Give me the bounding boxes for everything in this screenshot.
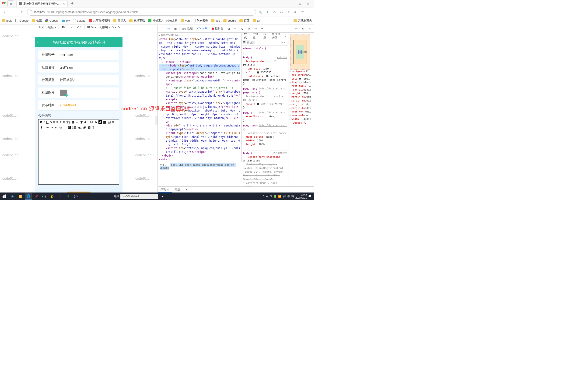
editor-align-right-icon[interactable]: ≡ xyxy=(60,120,62,124)
device-eyedropper-icon[interactable]: ✎▾ xyxy=(112,26,116,29)
bookmark-share[interactable]: 共享账号密码 xyxy=(89,19,110,23)
editor-bgcolor-icon[interactable]: A xyxy=(98,120,102,124)
bookmark-google3[interactable]: google xyxy=(223,19,236,22)
resize-handle[interactable]: ▸ xyxy=(155,116,158,125)
editor-align-left-icon[interactable]: ≡ xyxy=(53,120,55,124)
inspect-icon[interactable]: ⬚ xyxy=(159,26,165,32)
editor-fontsize-down-icon[interactable]: A↓ xyxy=(89,120,93,124)
tool-icon-5[interactable]: ▭ xyxy=(252,26,259,32)
minimize-button[interactable]: – xyxy=(292,2,294,5)
field-shetuan-acct[interactable]: 社团账号 testTeam xyxy=(38,50,119,60)
devtools-more-icon[interactable]: ⋯ xyxy=(293,26,300,32)
editor-outdent-icon[interactable]: ⇤ xyxy=(54,126,58,130)
address-bar[interactable]: ⓘ localhost:8081/springboota4z3n/front/h… xyxy=(27,9,256,16)
search-icon[interactable]: 🔍 xyxy=(258,10,263,15)
maximize-button[interactable]: □ xyxy=(300,2,301,5)
editor-fontsize-icon[interactable]: Tᴛ xyxy=(66,120,70,124)
device-width-input[interactable] xyxy=(58,25,69,30)
editor-sup-icon[interactable]: A² xyxy=(83,126,86,130)
editor-hr-icon[interactable]: — xyxy=(63,126,66,130)
editor-redo-icon[interactable]: ↷ xyxy=(51,126,54,130)
add-tab-button[interactable]: + xyxy=(259,26,264,32)
drawer-add-tab[interactable]: + xyxy=(183,187,190,192)
tool-icon-3[interactable]: ⊙ xyxy=(239,26,245,32)
site-info-icon[interactable]: ⓘ xyxy=(30,10,32,14)
tray-security-icon[interactable]: 🛡 xyxy=(270,195,272,198)
tray-clock[interactable]: 16:422024/9/21 xyxy=(296,194,307,199)
device-zoom[interactable]: 100% ▾ xyxy=(86,25,97,30)
editor-fontsize-up-icon[interactable]: A↑ xyxy=(84,120,88,124)
device-throttle[interactable]: 无限制 ▾ xyxy=(98,25,111,30)
task-idea[interactable]: IJ xyxy=(56,193,64,200)
back-button[interactable]: ← xyxy=(2,9,8,16)
tray-sound-icon[interactable]: 🔊 xyxy=(283,195,286,198)
tray-notifications-icon[interactable]: 💬 xyxy=(308,195,312,198)
bookmark-other[interactable]: 其他收藏夹 xyxy=(294,19,312,23)
new-tab-button[interactable]: + xyxy=(70,1,75,6)
editor-trash-icon[interactable]: 🗑 xyxy=(88,126,91,130)
bookmark-txy[interactable]: txy xyxy=(62,19,70,22)
forward-button[interactable]: → xyxy=(10,9,17,16)
tray-battery-icon[interactable]: 🔋 xyxy=(274,195,277,198)
editor-sub-icon[interactable]: A₂ xyxy=(78,126,82,130)
tab-console[interactable]: 控制台 xyxy=(210,25,225,32)
editor-listcheck-icon[interactable]: ☑ xyxy=(108,120,111,124)
close-tab-icon[interactable]: ✕ xyxy=(63,2,65,5)
downloads-icon[interactable]: ↧ xyxy=(265,10,270,15)
editor-bold-icon[interactable]: B xyxy=(40,120,42,124)
editor-strike-icon[interactable]: S xyxy=(50,120,52,124)
editor-underline-icon[interactable]: U xyxy=(46,120,48,124)
task-browser1[interactable]: ◉ xyxy=(9,193,16,200)
styles-filter-input[interactable] xyxy=(247,41,279,44)
submit-button[interactable]: 提交 xyxy=(67,192,90,192)
browser-tab[interactable]: 高校社团管理小程序的设计与实现 ✕ xyxy=(16,0,68,7)
editor-italic-icon[interactable]: I xyxy=(44,120,44,124)
bookmark-upload[interactable]: upload xyxy=(73,19,86,22)
styles-expand-icon[interactable]: ⌄ xyxy=(284,34,288,38)
extensions-icon[interactable]: ⚙ xyxy=(272,10,277,15)
drawer-console-tab[interactable]: 控制台 xyxy=(158,186,172,192)
bookmark-webmaster[interactable]: 站长工具 - 站长之家 xyxy=(148,19,178,23)
image-upload-icon[interactable] xyxy=(60,90,67,96)
editor-undo-icon[interactable]: ↶ xyxy=(46,126,49,130)
task-explorer[interactable]: ▇ xyxy=(17,193,24,200)
field-publish-date[interactable]: 发布时间 2024-09-21 xyxy=(38,100,119,110)
task-chrome2[interactable]: ◯ xyxy=(72,193,79,200)
editor-letterspacing-icon[interactable]: ↔ xyxy=(76,120,79,124)
task-chrome[interactable]: ◯ xyxy=(40,193,48,200)
task-wps[interactable]: W xyxy=(33,193,40,200)
favorites-icon[interactable]: ☆ xyxy=(286,10,291,15)
editor-ul-icon[interactable]: ⋮≡ xyxy=(40,126,45,130)
bookmark-baidu[interactable]: 百度 xyxy=(240,19,250,23)
tray-wifi-icon[interactable]: 📶 xyxy=(278,195,282,198)
bookmark-imported[interactable]: 已导入 xyxy=(113,19,126,23)
tool-icon-1[interactable]: ⊡ xyxy=(226,26,232,32)
tray-cloud-icon[interactable]: ☁ xyxy=(266,195,268,198)
close-window-button[interactable]: ✕ xyxy=(307,2,309,5)
bookmark-vps[interactable]: vps xyxy=(211,19,220,22)
device-height-input[interactable] xyxy=(74,25,84,30)
editor-align-center-icon[interactable]: ≡ xyxy=(56,120,58,124)
task-app1[interactable]: ◐ xyxy=(48,193,56,200)
bookmark-google1[interactable]: Google xyxy=(16,19,28,22)
editor-image-icon[interactable]: 🖼 xyxy=(68,126,71,130)
editor-h1-icon[interactable]: H1 xyxy=(72,126,76,130)
device-mode-icon[interactable]: ▭ xyxy=(166,26,172,32)
addr-dropdown[interactable]: ▾ xyxy=(159,193,166,200)
drawer-issues-tab[interactable]: 问题 xyxy=(172,187,183,192)
editor-clear-icon[interactable]: T̷ xyxy=(80,120,82,124)
bookmark-tools[interactable]: tools xyxy=(2,19,12,22)
editor-indent-icon[interactable]: ⇥ xyxy=(59,126,62,130)
computed-properties[interactable]: ▸backgroun… rgb(241… ▸box-sizingborder-b… xyxy=(288,69,312,186)
bookmark-aff[interactable]: aff xyxy=(253,19,260,22)
box-model[interactable]: - - - 400×716 - - - xyxy=(288,33,312,63)
editor-align-justify-icon[interactable]: ≡ xyxy=(63,120,65,124)
editor-direction-icon[interactable]: ¶ xyxy=(92,126,94,130)
editor-fontcolor-icon[interactable]: A xyxy=(95,120,97,124)
tray-ime-en[interactable]: 英 xyxy=(292,194,294,198)
profile-button[interactable] xyxy=(2,2,6,6)
start-button[interactable] xyxy=(1,193,8,200)
bookmark-google2[interactable]: Google xyxy=(45,19,58,22)
addr-input[interactable] xyxy=(120,194,158,199)
style-rules[interactable]: element.style { } <style>body { backgrou… xyxy=(242,46,288,186)
